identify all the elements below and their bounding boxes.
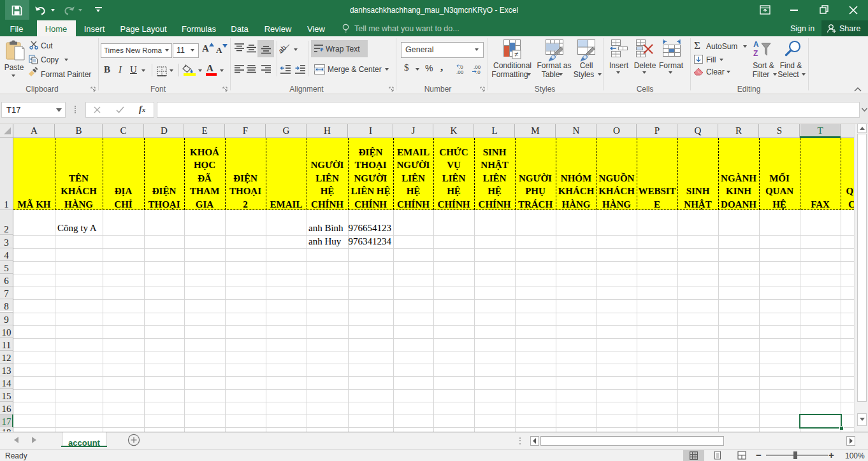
svg-text:≠: ≠: [514, 50, 518, 58]
svg-text:ab: ab: [279, 44, 287, 55]
svg-text:.00: .00: [456, 69, 464, 74]
svg-text:Z: Z: [753, 49, 758, 57]
svg-text:A: A: [753, 40, 759, 49]
